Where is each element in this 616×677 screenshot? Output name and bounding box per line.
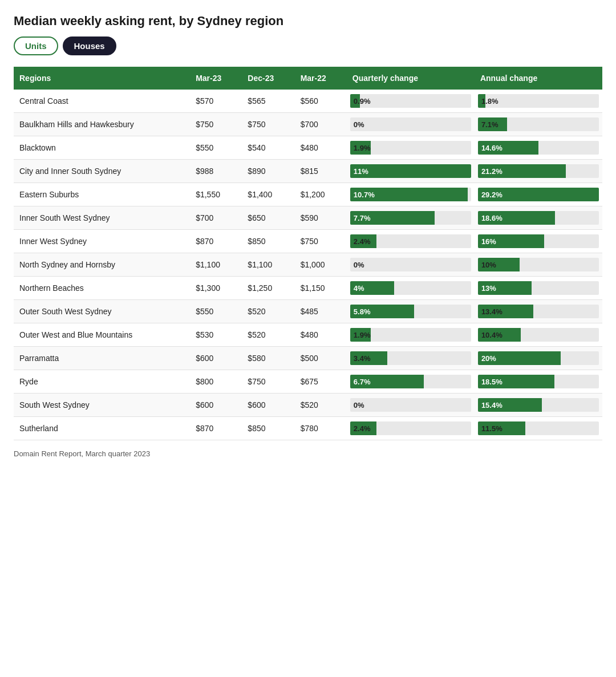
table-header: Regions Mar-23 Dec-23 Mar-22 Quarterly c… [14, 67, 602, 90]
cell-dec23: $520 [242, 323, 294, 347]
cell-quarterly: 11% [347, 160, 475, 183]
toggle-group: UnitsHouses [14, 37, 602, 55]
cell-quarterly: 6.7% [347, 370, 475, 394]
cell-quarterly: 1.9% [347, 323, 475, 347]
cell-region: Sutherland [14, 417, 190, 440]
table-row: Inner South West Sydney$700$650$5907.7%1… [14, 206, 602, 230]
cell-dec23: $890 [242, 160, 294, 183]
cell-annual: 29.2% [475, 183, 602, 206]
cell-annual: 11.5% [475, 417, 602, 440]
cell-region: Central Coast [14, 90, 190, 113]
cell-region: Ryde [14, 370, 190, 394]
data-table: Regions Mar-23 Dec-23 Mar-22 Quarterly c… [14, 67, 602, 440]
cell-region: South West Sydney [14, 394, 190, 417]
cell-mar22: $520 [295, 394, 347, 417]
cell-annual: 18.6% [475, 206, 602, 230]
cell-quarterly: 4% [347, 277, 475, 300]
cell-mar22: $500 [295, 347, 347, 370]
cell-mar23: $870 [190, 417, 242, 440]
cell-mar23: $550 [190, 136, 242, 160]
cell-quarterly: 0% [347, 394, 475, 417]
cell-annual: 10% [475, 253, 602, 277]
cell-mar22: $1,150 [295, 277, 347, 300]
table-row: Parramatta$600$580$5003.4%20% [14, 347, 602, 370]
cell-mar23: $530 [190, 323, 242, 347]
toggle-btn-houses[interactable]: Houses [63, 37, 116, 55]
cell-region: Parramatta [14, 347, 190, 370]
cell-dec23: $650 [242, 206, 294, 230]
cell-mar23: $700 [190, 206, 242, 230]
cell-dec23: $1,400 [242, 183, 294, 206]
table-row: North Sydney and Hornsby$1,100$1,100$1,0… [14, 253, 602, 277]
cell-dec23: $1,250 [242, 277, 294, 300]
cell-dec23: $750 [242, 370, 294, 394]
cell-quarterly: 0.9% [347, 90, 475, 113]
table-row: Blacktown$550$540$4801.9%14.6% [14, 136, 602, 160]
table-row: Ryde$800$750$6756.7%18.5% [14, 370, 602, 394]
cell-mar23: $600 [190, 394, 242, 417]
cell-mar22: $675 [295, 370, 347, 394]
cell-mar22: $750 [295, 230, 347, 253]
cell-quarterly: 1.9% [347, 136, 475, 160]
cell-annual: 21.2% [475, 160, 602, 183]
table-row: Outer South West Sydney$550$520$4855.8%1… [14, 300, 602, 323]
cell-mar22: $480 [295, 136, 347, 160]
cell-region: Inner South West Sydney [14, 206, 190, 230]
cell-mar23: $1,550 [190, 183, 242, 206]
cell-dec23: $520 [242, 300, 294, 323]
cell-mar22: $815 [295, 160, 347, 183]
cell-quarterly: 2.4% [347, 417, 475, 440]
cell-quarterly: 10.7% [347, 183, 475, 206]
cell-mar22: $780 [295, 417, 347, 440]
cell-quarterly: 2.4% [347, 230, 475, 253]
col-header-quarterly: Quarterly change [347, 67, 475, 90]
cell-annual: 10.4% [475, 323, 602, 347]
cell-dec23: $750 [242, 113, 294, 136]
table-row: City and Inner South Sydney$988$890$8151… [14, 160, 602, 183]
col-header-dec23: Dec-23 [242, 67, 294, 90]
cell-dec23: $600 [242, 394, 294, 417]
table-row: Eastern Suburbs$1,550$1,400$1,20010.7%29… [14, 183, 602, 206]
toggle-btn-units[interactable]: Units [14, 37, 58, 55]
cell-region: Baulkham Hills and Hawkesbury [14, 113, 190, 136]
cell-quarterly: 3.4% [347, 347, 475, 370]
cell-mar23: $1,300 [190, 277, 242, 300]
cell-mar22: $480 [295, 323, 347, 347]
cell-mar23: $870 [190, 230, 242, 253]
cell-mar23: $550 [190, 300, 242, 323]
cell-annual: 13% [475, 277, 602, 300]
table-row: South West Sydney$600$600$5200%15.4% [14, 394, 602, 417]
cell-region: Outer South West Sydney [14, 300, 190, 323]
table-row: Baulkham Hills and Hawkesbury$750$750$70… [14, 113, 602, 136]
cell-dec23: $850 [242, 417, 294, 440]
cell-dec23: $540 [242, 136, 294, 160]
col-header-annual: Annual change [475, 67, 602, 90]
cell-annual: 16% [475, 230, 602, 253]
cell-mar22: $590 [295, 206, 347, 230]
cell-mar22: $560 [295, 90, 347, 113]
col-header-regions: Regions [14, 67, 190, 90]
cell-dec23: $565 [242, 90, 294, 113]
cell-annual: 20% [475, 347, 602, 370]
table-row: Inner West Sydney$870$850$7502.4%16% [14, 230, 602, 253]
cell-region: Northern Beaches [14, 277, 190, 300]
cell-dec23: $1,100 [242, 253, 294, 277]
cell-annual: 14.6% [475, 136, 602, 160]
col-header-mar22: Mar-22 [295, 67, 347, 90]
cell-mar23: $988 [190, 160, 242, 183]
table-row: Central Coast$570$565$5600.9%1.8% [14, 90, 602, 113]
cell-mar23: $570 [190, 90, 242, 113]
table-body: Central Coast$570$565$5600.9%1.8%Baulkha… [14, 90, 602, 440]
table-row: Sutherland$870$850$7802.4%11.5% [14, 417, 602, 440]
cell-mar23: $1,100 [190, 253, 242, 277]
cell-annual: 15.4% [475, 394, 602, 417]
cell-mar22: $1,000 [295, 253, 347, 277]
cell-region: Blacktown [14, 136, 190, 160]
page-title: Median weekly asking rent, by Sydney reg… [14, 14, 602, 29]
cell-dec23: $850 [242, 230, 294, 253]
footer-note: Domain Rent Report, March quarter 2023 [14, 449, 602, 458]
cell-region: Inner West Sydney [14, 230, 190, 253]
cell-annual: 1.8% [475, 90, 602, 113]
cell-annual: 18.5% [475, 370, 602, 394]
cell-mar23: $600 [190, 347, 242, 370]
